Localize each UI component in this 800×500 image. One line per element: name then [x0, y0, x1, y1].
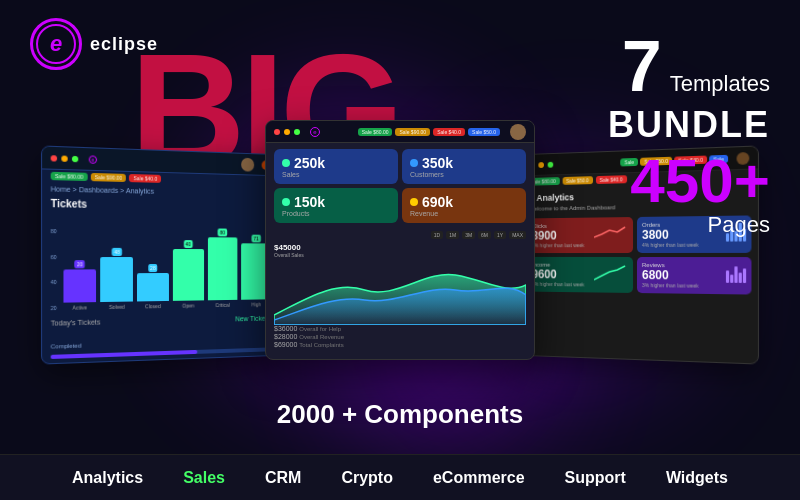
bar-label-high: High — [251, 301, 261, 307]
hero-bundle-label: BUNDLE — [608, 104, 770, 146]
brand-name: eclipse — [90, 34, 158, 55]
stat-customers-label: Customers — [410, 171, 518, 178]
hero-pages-label: Pages — [608, 212, 770, 238]
completed-label: Completed — [51, 342, 82, 349]
hero-info-panel: 7 Templates BUNDLE 450+ Pages — [608, 30, 770, 238]
dash-center-header: e Sale $80.00 Sale $90.00 Sale $40.0 Sal… — [266, 121, 534, 143]
orders-sub: 4% higher than last week — [642, 241, 746, 247]
hero-pages-count: 450+ — [608, 150, 770, 212]
reviews-value: 6800 — [642, 268, 669, 282]
stat-sales-value: 250k — [294, 155, 325, 171]
dashboard-center: e Sale $80.00 Sale $90.00 Sale $40.0 Sal… — [265, 120, 535, 360]
dot-green — [72, 155, 78, 161]
logo-letter: e — [50, 31, 62, 57]
reviews-sub: 3% higher than last week — [642, 282, 746, 289]
todays-tickets-label: Today's Tickets — [51, 318, 101, 326]
reviews-sparkline — [726, 262, 746, 283]
income-value: 9600 — [532, 268, 557, 282]
stat-customers-value: 350k — [422, 155, 453, 171]
dot-red — [51, 155, 57, 161]
stat-pill-products: 150k Products — [274, 188, 398, 223]
filter-max[interactable]: MAX — [509, 231, 526, 239]
center-pill1: Sale $80.00 — [358, 128, 393, 136]
dash-left-logo: e — [91, 156, 94, 162]
chart-val1: $45000 — [274, 243, 526, 252]
logo-circle: e — [30, 18, 82, 70]
bar-label-closed: Closed — [145, 303, 161, 309]
chart-value-list: $36000 Overall for Help $28000 Overall R… — [266, 325, 534, 348]
hero-templates-label: Templates — [670, 73, 770, 95]
hero-count: 7 — [622, 30, 662, 102]
chart-labels: $45000 Overall Sales — [266, 241, 534, 260]
income-sub: 5% higher than last week — [532, 281, 628, 288]
pill-sale2: Sale $90.00 — [91, 173, 127, 182]
center-pill4: Sale $50.0 — [468, 128, 500, 136]
filter-1m[interactable]: 1M — [446, 231, 459, 239]
bar-label-active: Active — [73, 304, 87, 310]
income-sparkline — [594, 262, 628, 282]
bar-label-solved: Solved — [109, 304, 125, 310]
nav-item-crm[interactable]: CRM — [265, 469, 301, 487]
filter-1d[interactable]: 1D — [431, 231, 443, 239]
components-label: 2000 + Components — [0, 399, 800, 430]
nav-item-ecommerce[interactable]: eCommerce — [433, 469, 525, 487]
right-sub-pill2: Sale $50.0 — [562, 176, 592, 185]
filter-1y[interactable]: 1Y — [494, 231, 506, 239]
dot-green — [294, 129, 300, 135]
stat-revenue-value: 690k — [422, 194, 453, 210]
dot-yellow — [538, 162, 544, 168]
stat-pills-grid: 250k Sales 350k Customers 150k Products — [266, 143, 534, 229]
dot-yellow — [61, 155, 67, 161]
center-pill2: Sale $90.00 — [395, 128, 430, 136]
logo-area: e eclipse — [30, 18, 158, 70]
center-logo: e — [313, 129, 316, 135]
dot-green — [548, 161, 554, 167]
progress-bar — [51, 350, 198, 359]
chart-sub1: Overall Sales — [274, 252, 526, 258]
dash-left-avatar — [241, 157, 254, 171]
filter-3m[interactable]: 3M — [462, 231, 475, 239]
bottom-navigation: Analytics Sales CRM Crypto eCommerce Sup… — [0, 454, 800, 500]
nav-item-analytics[interactable]: Analytics — [72, 469, 143, 487]
center-avatar — [510, 124, 526, 140]
analytics-card-reviews: Reviews 6800 3% higher than last week — [637, 257, 751, 295]
pill-sale1: Sale $80.00 — [51, 172, 88, 181]
clicks-sub: 2% higher than last week — [532, 242, 628, 248]
stat-products-label: Products — [282, 210, 390, 217]
dashboard-left: e Sale $80.00 Sale $90.00 Sale $40.0 Hom… — [41, 145, 279, 364]
area-chart-svg — [274, 260, 526, 325]
stat-pill-customers: 350k Customers — [402, 149, 526, 184]
stat-products-value: 150k — [294, 194, 325, 210]
nav-item-widgets[interactable]: Widgets — [666, 469, 728, 487]
center-pill3: Sale $40.0 — [433, 128, 465, 136]
clicks-value: 8900 — [532, 229, 557, 243]
stat-sales-label: Sales — [282, 171, 390, 178]
stat-pill-revenue: 690k Revenue — [402, 188, 526, 223]
nav-item-support[interactable]: Support — [565, 469, 626, 487]
bar-label-critical: Critical — [215, 302, 230, 308]
bar-chart: 80 60 40 20 20 Active 48 Solved — [42, 211, 278, 315]
area-chart-container — [266, 260, 534, 325]
bar-label-open: Open — [182, 303, 194, 309]
stat-pill-sales: 250k Sales — [274, 149, 398, 184]
stat-revenue-label: Revenue — [410, 210, 518, 217]
dot-yellow — [284, 129, 290, 135]
filter-6m[interactable]: 6M — [478, 231, 491, 239]
nav-item-sales[interactable]: Sales — [183, 469, 225, 487]
dot-red — [274, 129, 280, 135]
nav-item-crypto[interactable]: Crypto — [341, 469, 393, 487]
analytics-card-income: Income 9600 5% higher than last week — [527, 257, 633, 293]
pill-sale3: Sale $40.0 — [129, 174, 161, 183]
